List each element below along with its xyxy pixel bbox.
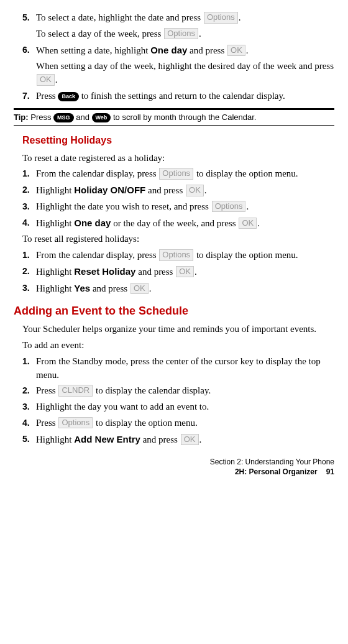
add-step-3: Highlight the day you want to add an eve… — [36, 400, 334, 414]
heading-adding-event: Adding an Event to the Schedule — [14, 303, 334, 319]
step-number: 1. — [22, 249, 34, 262]
step-5-line1: To select a date, highlight the date and… — [36, 11, 334, 25]
intro-text: To add an event: — [22, 339, 334, 352]
reset-step-4: Highlight One day or the day of the week… — [36, 216, 334, 231]
reset-all-step-1: From the calendar display, press Options… — [36, 249, 334, 262]
reset-all-step-2: Highlight Reset Holiday and press OK. — [36, 265, 334, 279]
step-number: 3. — [22, 400, 34, 414]
back-pill: Back — [58, 92, 79, 101]
page-footer: Section 2: Understanding Your Phone 2H: … — [14, 458, 334, 477]
options-button: Options — [164, 28, 198, 40]
options-button: Options — [204, 12, 238, 24]
ok-button: OK — [186, 185, 204, 196]
add-step-4: Press Options to display the option menu… — [36, 416, 334, 430]
options-button: Options — [212, 201, 246, 213]
step-number: 3. — [22, 282, 34, 296]
reset-step-3: Highlight the date you wish to reset, an… — [36, 200, 334, 214]
web-pill: Web — [92, 113, 111, 122]
step-number: 4. — [22, 216, 34, 231]
footer-section-title: Section 2: Understanding Your Phone — [14, 458, 334, 467]
intro-text: Your Scheduler helps organize your time … — [22, 323, 334, 336]
step-number: 6. — [22, 44, 34, 58]
step-7: Press Back to finish the settings and re… — [36, 90, 334, 103]
ok-button: OK — [37, 74, 55, 86]
ok-button: OK — [130, 283, 149, 295]
step-number: 4. — [22, 416, 34, 430]
page-number: 91 — [326, 467, 334, 476]
step-number: 2. — [22, 384, 34, 398]
heading-resetting-holidays: Resetting Holidays — [22, 133, 334, 147]
options-button: Options — [159, 168, 193, 180]
add-step-5: Highlight Add New Entry and press OK. — [36, 433, 334, 447]
divider — [14, 125, 334, 126]
ok-button: OK — [176, 266, 194, 278]
options-button: Options — [159, 249, 193, 261]
ok-button: OK — [227, 45, 245, 57]
footer-subsection: 2H: Personal Organizer — [235, 467, 318, 476]
step-number: 7. — [22, 90, 34, 103]
reset-all-step-3: Highlight Yes and press OK. — [36, 282, 334, 296]
step-number: 3. — [22, 200, 34, 214]
step-number: 2. — [22, 265, 34, 279]
step-number: 5. — [22, 433, 34, 447]
add-step-1: From the Standby mode, press the center … — [36, 355, 334, 382]
msg-pill: MSG — [53, 113, 74, 122]
step-number: 2. — [22, 183, 34, 198]
tip-text: Tip: Press MSG and Web to scroll by mont… — [14, 110, 334, 126]
reset-step-1: From the calendar display, press Options… — [36, 167, 334, 181]
step-5-line2: To select a day of the week, press Optio… — [36, 27, 334, 41]
add-step-2: Press CLNDR to display the calendar disp… — [36, 384, 334, 398]
step-6-line2: When setting a day of the week, highligh… — [36, 60, 334, 87]
intro-text: To reset a date registered as a holiday: — [22, 152, 334, 165]
reset-step-2: Highlight Holiday ON/OFF and press OK. — [36, 183, 334, 198]
intro-text: To reset all registered holidays: — [22, 232, 334, 246]
step-number: 5. — [22, 11, 34, 25]
step-6-line1: When setting a date, highlight One day a… — [36, 44, 334, 58]
clndr-button: CLNDR — [58, 385, 93, 397]
options-button: Options — [58, 417, 93, 429]
ok-button: OK — [239, 218, 257, 229]
step-number: 1. — [22, 355, 34, 382]
tip-block: Tip: Press MSG and Web to scroll by mont… — [14, 108, 334, 126]
ok-button: OK — [181, 434, 199, 446]
step-number: 1. — [22, 167, 34, 181]
